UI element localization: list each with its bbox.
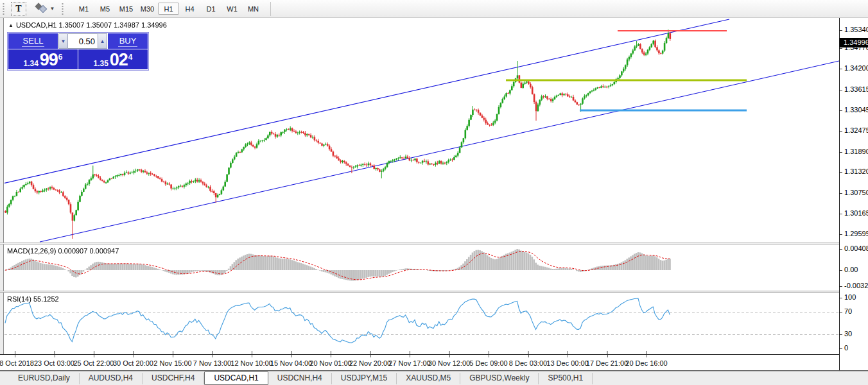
time-label: 27 Nov 17:00 <box>388 359 430 367</box>
time-tick <box>55 355 55 357</box>
timeframe-button-h4[interactable]: H4 <box>179 3 200 15</box>
timeframe-button-mn[interactable]: MN <box>243 3 264 15</box>
time-label: 30 Oct 20:00 <box>113 359 153 367</box>
price-axis-label: 1.30750 <box>844 189 868 196</box>
price-axis-tick <box>840 30 842 31</box>
price-axis-tick <box>840 131 842 132</box>
dropdown-caret-icon: ▼ <box>50 6 55 12</box>
timeframe-button-d1[interactable]: D1 <box>200 3 221 15</box>
price-axis-tick <box>840 214 842 214</box>
macd-axis-label: 0.00 <box>844 266 858 273</box>
time-label: 5 Dec 09:00 <box>469 359 507 367</box>
timeframe-button-m1[interactable]: M1 <box>73 3 94 15</box>
sell-button[interactable]: SELL <box>8 33 58 49</box>
chart-tab-eurusd-daily[interactable]: EURUSD,Daily <box>9 373 80 384</box>
collapse-triangle-icon[interactable]: ▲ <box>8 22 13 28</box>
rsi-axis-label: 0 <box>844 344 848 352</box>
rsi-header: RSI(14) 55.1252 <box>7 295 59 303</box>
rsi-indicator-canvas[interactable] <box>4 293 839 354</box>
chart-tab-usdchf-h4[interactable]: USDCHF,H4 <box>143 373 204 384</box>
time-label: 2 Nov 15:00 <box>153 359 191 367</box>
time-tick <box>568 355 568 357</box>
pane-splitter-macd[interactable] <box>0 243 839 244</box>
price-axis-tick <box>840 172 842 173</box>
macd-axis-tick <box>840 249 842 250</box>
chart-symbol-header: ▲USDCAD,H1 1.35007 1.35007 1.34987 1.349… <box>8 21 167 29</box>
chart-tab-sp500-h1[interactable]: SP500,H1 <box>539 373 593 384</box>
volume-input[interactable] <box>68 33 98 49</box>
time-label: 20 Dec 16:00 <box>625 359 667 367</box>
time-label: 23 Oct 03:00 <box>34 359 74 367</box>
time-tick <box>449 355 450 357</box>
chart-tab-audusd-h4[interactable]: AUDUSD,H4 <box>80 373 143 384</box>
time-label: 12 Nov 10:00 <box>230 359 272 367</box>
current-price-marker: 1.34996 <box>840 38 868 47</box>
timeframe-button-w1[interactable]: W1 <box>221 3 243 15</box>
macd-axis-tick <box>840 286 842 287</box>
timeframe-button-m15[interactable]: M15 <box>116 3 137 15</box>
time-tick <box>15 355 15 357</box>
time-tick <box>647 355 647 357</box>
toolbar-grip[interactable] <box>2 3 5 15</box>
timeframe-button-m5[interactable]: M5 <box>94 3 116 15</box>
time-tick <box>291 355 292 357</box>
time-axis[interactable]: 18 Oct 201823 Oct 03:0025 Oct 22:0030 Oc… <box>0 355 839 370</box>
timeframe-button-h1[interactable]: H1 <box>158 3 179 15</box>
rsi-axis-label: 70 <box>844 307 852 315</box>
price-axis-tick <box>840 90 842 90</box>
time-tick <box>410 355 410 357</box>
time-label: 25 Oct 22:00 <box>74 359 114 367</box>
rsi-axis-tick <box>840 298 842 298</box>
rsi-axis-tick <box>840 312 842 312</box>
time-tick <box>252 355 252 357</box>
buy-price-display[interactable]: 1.35024 <box>78 49 148 69</box>
chart-tab-usdjpy-m15[interactable]: USDJPY,M15 <box>332 373 397 384</box>
pane-splitter-rsi[interactable] <box>0 291 839 293</box>
price-axis[interactable]: 1.34996 1.353401.347701.342001.336151.33… <box>839 18 868 370</box>
one-click-trading-panel: SELL ▼ ▲ BUY 1.34996 1.35024 <box>7 32 149 71</box>
price-axis-label: 1.33045 <box>844 106 868 114</box>
price-axis-tick <box>840 152 842 153</box>
top-toolbar: T ▼ M1M5M15M30H1H4D1W1MN <box>0 0 868 18</box>
price-axis-label: 1.32475 <box>844 126 868 134</box>
rsi-axis-tick <box>840 348 842 349</box>
price-axis-tick <box>840 110 842 111</box>
chart-tab-xauusd-m5[interactable]: XAUUSD,M5 <box>397 373 460 384</box>
chart-window: ▲USDCAD,H1 1.35007 1.35007 1.34987 1.349… <box>0 18 868 371</box>
volume-decrease-button[interactable]: ▼ <box>58 33 68 49</box>
volume-control: ▼ ▲ <box>58 33 107 49</box>
arrange-objects-button[interactable]: ▼ <box>30 3 57 15</box>
volume-increase-button[interactable]: ▲ <box>98 33 107 49</box>
buy-button[interactable]: BUY <box>108 33 148 49</box>
toolbar-grip-2[interactable] <box>61 3 64 15</box>
timeframe-button-m30[interactable]: M30 <box>137 3 158 15</box>
toolbar-separator <box>270 2 271 16</box>
time-label: 30 Nov 12:00 <box>428 359 470 367</box>
price-axis-tick <box>840 234 842 235</box>
time-label: 7 Nov 13:00 <box>193 359 231 367</box>
price-axis-tick <box>840 69 842 69</box>
chart-tab-usdcad-h1[interactable]: USDCAD,H1 <box>204 372 268 385</box>
chart-tab-usdcnh-h4[interactable]: USDCNH,H4 <box>268 373 332 384</box>
time-tick <box>134 355 134 357</box>
sell-price-display[interactable]: 1.34996 <box>8 49 78 69</box>
time-label: 15 Nov 04:00 <box>270 359 312 367</box>
ohlc-readout: USDCAD,H1 1.35007 1.35007 1.34987 1.3499… <box>16 21 167 29</box>
price-axis-label: 1.34200 <box>844 64 868 72</box>
macd-indicator-canvas[interactable] <box>4 244 839 291</box>
text-label-tool-button[interactable]: T <box>11 2 26 16</box>
time-label: 22 Nov 20:00 <box>349 359 391 367</box>
window-left-edge <box>0 18 4 370</box>
chart-tab-gbpusd-weekly[interactable]: GBPUSD,Weekly <box>460 373 539 384</box>
macd-axis-tick <box>840 270 842 271</box>
price-axis-label: 1.31890 <box>844 148 868 155</box>
time-tick <box>331 355 331 357</box>
price-axis-tick <box>840 193 842 194</box>
macd-header: MACD(12,26,9) 0.000907 0.000947 <box>7 247 119 255</box>
price-axis-tick <box>840 48 842 49</box>
time-label: 18 Oct 2018 <box>0 359 34 367</box>
time-tick <box>607 355 608 357</box>
time-tick <box>528 355 529 357</box>
rsi-axis-tick <box>840 334 842 335</box>
macd-axis-label: -0.003262 <box>844 282 868 289</box>
